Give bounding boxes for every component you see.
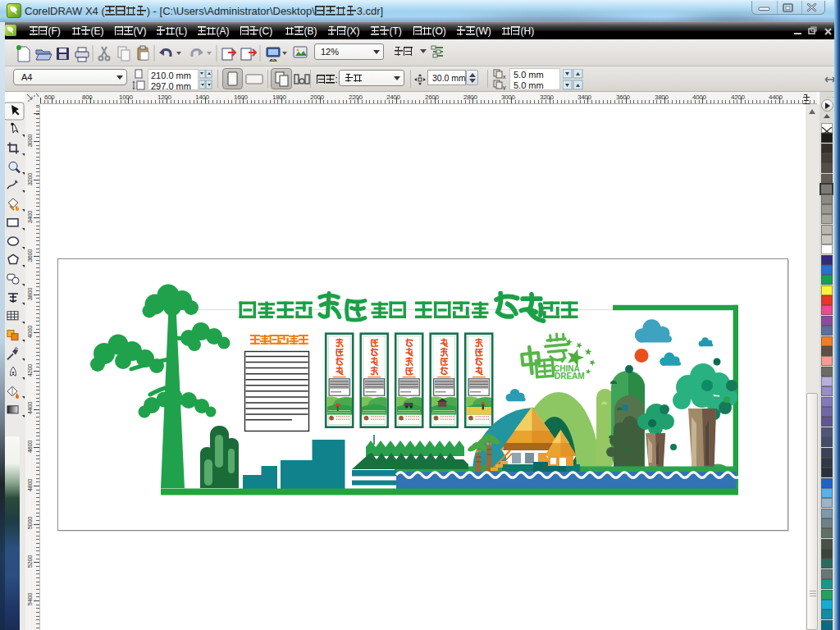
- svg-text:y: y: [503, 84, 506, 90]
- svg-text:x: x: [503, 74, 506, 80]
- svg-text:DREAM: DREAM: [555, 372, 585, 381]
